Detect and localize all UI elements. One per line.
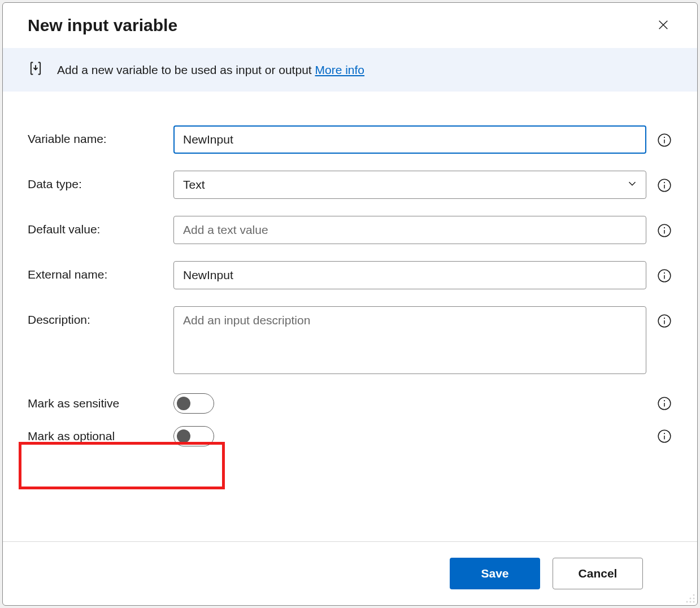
svg-point-6 (664, 182, 665, 183)
info-bar-text: Add a new variable to be used as input o… (57, 63, 315, 76)
svg-point-25 (693, 598, 695, 600)
data-type-info[interactable] (656, 177, 672, 193)
variable-name-label: Variable name: (28, 125, 163, 146)
variable-name-info[interactable] (656, 132, 672, 148)
dialog-header: New input variable (3, 3, 697, 48)
dialog-title: New input variable (28, 16, 177, 35)
default-value-input[interactable] (173, 216, 646, 244)
mark-optional-toggle[interactable] (173, 426, 214, 446)
resize-grip-icon (685, 593, 695, 603)
external-name-input[interactable] (173, 261, 646, 289)
data-type-label: Data type: (28, 171, 163, 191)
svg-point-23 (693, 594, 695, 596)
svg-point-28 (693, 601, 695, 603)
external-name-label: External name: (28, 261, 163, 281)
description-info[interactable] (656, 313, 672, 329)
mark-sensitive-info[interactable] (656, 396, 672, 411)
svg-point-27 (690, 601, 692, 603)
cancel-button[interactable]: Cancel (553, 558, 643, 589)
svg-point-3 (664, 137, 665, 138)
default-value-label: Default value: (28, 216, 163, 236)
mark-sensitive-row: Mark as sensitive (28, 393, 672, 414)
data-type-select[interactable]: Text (173, 171, 646, 199)
close-icon (657, 19, 669, 33)
description-label: Description: (28, 306, 163, 327)
mark-optional-row: Mark as optional (28, 426, 672, 446)
variable-name-input[interactable] (173, 125, 646, 154)
close-button[interactable] (652, 14, 675, 37)
new-input-variable-dialog: New input variable Add a new variable to… (2, 2, 698, 606)
svg-point-21 (664, 433, 665, 434)
svg-point-26 (686, 601, 688, 603)
svg-point-9 (664, 227, 665, 228)
description-row: Description: (28, 306, 672, 376)
mark-optional-label: Mark as optional (28, 429, 163, 443)
variable-name-row: Variable name: (28, 125, 672, 154)
svg-point-12 (664, 272, 665, 273)
external-name-row: External name: (28, 261, 672, 289)
svg-point-18 (664, 400, 665, 401)
info-bar-content: Add a new variable to be used as input o… (57, 63, 364, 77)
description-input[interactable] (173, 306, 646, 374)
toggle-knob (177, 429, 190, 443)
svg-point-15 (664, 318, 665, 319)
form-area: Variable name: Data type: Text (3, 92, 697, 541)
external-name-info[interactable] (656, 268, 672, 284)
default-value-info[interactable] (656, 223, 672, 238)
input-variable-icon (28, 60, 44, 79)
default-value-row: Default value: (28, 216, 672, 244)
mark-sensitive-label: Mark as sensitive (28, 397, 163, 410)
more-info-link[interactable]: More info (315, 63, 364, 76)
dialog-footer: Save Cancel (3, 541, 697, 605)
data-type-row: Data type: Text (28, 171, 672, 199)
mark-sensitive-toggle[interactable] (173, 393, 214, 414)
save-button[interactable]: Save (450, 558, 540, 589)
svg-point-24 (690, 598, 692, 600)
info-bar: Add a new variable to be used as input o… (3, 48, 697, 92)
toggle-knob (177, 397, 190, 410)
mark-optional-info[interactable] (656, 428, 672, 444)
